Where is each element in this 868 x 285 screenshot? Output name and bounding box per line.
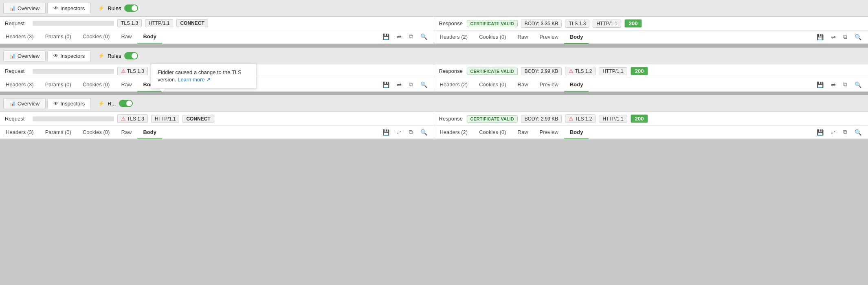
request-response-bar-1: Request TLS 1.3 HTTP/1.1 CONNECT Headers… — [0, 17, 868, 44]
request-tls-badge-1: TLS 1.3 — [117, 19, 142, 27]
req-tab-cookies-1[interactable]: Cookies (0) — [77, 30, 115, 43]
response-pane-3: Response CERTIFICATE VALID BODY: 2.99 KB… — [434, 112, 868, 139]
res-tab-preview-3[interactable]: Preview — [534, 126, 564, 138]
res-copy-icon-3[interactable]: ⧉ — [842, 128, 849, 136]
req-tab-raw-3[interactable]: Raw — [115, 126, 137, 138]
res-search-icon-1[interactable]: 🔍 — [853, 33, 863, 41]
res-tab-raw-2[interactable]: Raw — [512, 78, 534, 91]
req-tab-body-1[interactable]: Body — [137, 30, 162, 43]
request-http-badge-1: HTTP/1.1 — [145, 19, 173, 27]
request-label-1: Request — [5, 20, 29, 26]
request-nav-1: Headers (3) Params (0) Cookies (0) Raw B… — [0, 30, 434, 44]
copy-icon-1[interactable]: ⧉ — [407, 32, 415, 41]
search-icon-2[interactable]: 🔍 — [419, 81, 429, 89]
res-tab-body-2[interactable]: Body — [564, 78, 589, 91]
search-icon-3[interactable]: 🔍 — [419, 128, 429, 136]
rules-toggle-3[interactable]: ⚡ R... — [92, 98, 138, 109]
res-tab-body-3[interactable]: Body — [564, 126, 589, 138]
separator-2 — [0, 92, 868, 95]
tab-overview-2[interactable]: 📊 Overview — [3, 50, 46, 61]
lightning-icon-2: ⚡ — [98, 53, 104, 59]
req-tab-params-1[interactable]: Params (0) — [40, 30, 77, 43]
res-tab-cookies-2[interactable]: Cookies (0) — [473, 78, 512, 91]
eye-icon-2: 👁 — [53, 53, 58, 59]
tab-inspectors-2[interactable]: 👁 Inspectors — [47, 50, 91, 61]
res-tab-headers-2[interactable]: Headers (2) — [434, 78, 474, 91]
res-tab-headers-3[interactable]: Headers (2) — [434, 126, 474, 138]
cert-valid-badge-1: CERTIFICATE VALID — [467, 20, 518, 27]
res-save-icon-3[interactable]: 💾 — [815, 128, 825, 136]
tooltip-link-icon: ↗ — [206, 77, 211, 83]
request-pane-1: Request TLS 1.3 HTTP/1.1 CONNECT Headers… — [0, 17, 434, 44]
request-label-3: Request — [5, 116, 29, 122]
res-tab-raw-1[interactable]: Raw — [512, 31, 534, 43]
tls-warning-icon-2: ⚠ — [121, 68, 126, 74]
req-tab-raw-1[interactable]: Raw — [115, 30, 137, 43]
res-tab-cookies-1[interactable]: Cookies (0) — [473, 31, 512, 43]
res-tab-headers-1[interactable]: Headers (2) — [434, 31, 474, 43]
req-tab-body-3[interactable]: Body — [137, 126, 162, 138]
res-search-icon-3[interactable]: 🔍 — [853, 128, 863, 136]
rules-toggle-2[interactable]: ⚡ Rules — [92, 50, 144, 61]
tab-inspectors-1[interactable]: 👁 Inspectors — [47, 3, 91, 14]
req-tab-params-3[interactable]: Params (0) — [40, 126, 77, 138]
req-tab-raw-2[interactable]: Raw — [115, 78, 137, 91]
res-tab-preview-2[interactable]: Preview — [534, 78, 564, 91]
res-tab-body-1[interactable]: Body — [564, 31, 589, 43]
response-icons-2: 💾 ⇌ ⧉ 🔍 — [810, 80, 868, 89]
req-tab-cookies-3[interactable]: Cookies (0) — [77, 126, 115, 138]
request-connect-badge-1: CONNECT — [176, 19, 208, 27]
tab-inspectors-3[interactable]: 👁 Inspectors — [47, 98, 91, 109]
req-tab-headers-2[interactable]: Headers (3) — [0, 78, 40, 91]
tab-bar-2: 📊 Overview 👁 Inspectors ⚡ Rules — [0, 48, 868, 64]
cert-valid-badge-3: CERTIFICATE VALID — [467, 115, 518, 123]
req-tab-headers-1[interactable]: Headers (3) — [0, 30, 40, 43]
req-tab-headers-3[interactable]: Headers (3) — [0, 126, 40, 138]
request-tls-badge-2: ⚠ TLS 1.3 — [117, 67, 148, 75]
tab-rules-label-1: Rules — [108, 5, 121, 11]
copy-icon-3[interactable]: ⧉ — [407, 128, 415, 136]
req-tab-cookies-2[interactable]: Cookies (0) — [77, 78, 115, 91]
search-icon-1[interactable]: 🔍 — [419, 33, 429, 41]
save-icon-2[interactable]: 💾 — [381, 81, 391, 89]
response-nav-3: Headers (2) Cookies (0) Raw Preview Body… — [434, 126, 868, 139]
rules-toggle-1[interactable]: ⚡ Rules — [92, 2, 144, 14]
rules-toggle-switch-1[interactable] — [124, 4, 138, 12]
request-url-3 — [33, 116, 114, 121]
tab-overview-label-3: Overview — [18, 101, 40, 107]
res-save-icon-1[interactable]: 💾 — [815, 33, 825, 41]
res-tab-cookies-3[interactable]: Cookies (0) — [473, 126, 512, 138]
res-copy-icon-1[interactable]: ⧉ — [842, 33, 849, 41]
res-tab-preview-1[interactable]: Preview — [534, 31, 564, 43]
res-wrap-icon-1[interactable]: ⇌ — [829, 33, 837, 41]
tab-overview-3[interactable]: 📊 Overview — [3, 98, 46, 109]
rules-toggle-switch-2[interactable] — [124, 52, 138, 59]
res-save-icon-2[interactable]: 💾 — [815, 81, 825, 89]
res-copy-icon-2[interactable]: ⧉ — [842, 80, 849, 89]
res-wrap-icon-3[interactable]: ⇌ — [829, 128, 837, 136]
eye-icon-3: 👁 — [53, 101, 58, 106]
rules-toggle-switch-3[interactable] — [119, 100, 133, 107]
wrap-icon-3[interactable]: ⇌ — [395, 128, 403, 136]
wrap-icon-1[interactable]: ⇌ — [395, 33, 403, 41]
tooltip-link[interactable]: Learn more ↗ — [178, 77, 211, 83]
response-nav-2: Headers (2) Cookies (0) Raw Preview Body… — [434, 78, 868, 92]
save-icon-1[interactable]: 💾 — [381, 33, 391, 41]
tab-overview-1[interactable]: 📊 Overview — [3, 3, 46, 14]
wrap-icon-2[interactable]: ⇌ — [395, 81, 403, 89]
body-size-badge-3: BODY: 2.99 KB — [521, 115, 562, 123]
request-bar-3: Request ⚠ TLS 1.3 HTTP/1.1 CONNECT — [0, 112, 434, 126]
separator-with-tooltip: Fiddler caused a change to the TLS versi… — [0, 92, 868, 95]
chart-icon-1: 📊 — [9, 5, 15, 11]
res-tab-raw-3[interactable]: Raw — [512, 126, 534, 138]
response-label-3: Response — [439, 116, 464, 122]
response-label-2: Response — [439, 68, 464, 74]
separator-1 — [0, 44, 868, 48]
save-icon-3[interactable]: 💾 — [381, 128, 391, 136]
tab-bar-3: 📊 Overview 👁 Inspectors ⚡ R... — [0, 95, 868, 112]
lightning-icon-1: ⚡ — [98, 5, 104, 11]
res-search-icon-2[interactable]: 🔍 — [853, 81, 863, 89]
res-wrap-icon-2[interactable]: ⇌ — [829, 81, 837, 89]
copy-icon-2[interactable]: ⧉ — [407, 80, 415, 89]
req-tab-params-2[interactable]: Params (0) — [40, 78, 77, 91]
